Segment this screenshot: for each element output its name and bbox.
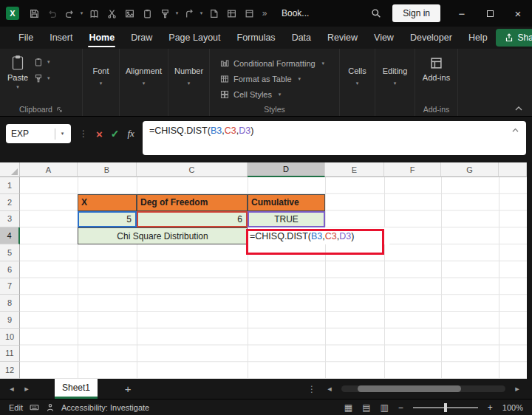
- keyboard-icon[interactable]: [30, 402, 39, 412]
- column-header-b[interactable]: B: [78, 162, 137, 177]
- zoom-in-icon[interactable]: +: [488, 402, 493, 413]
- scrollbar-track[interactable]: [341, 385, 505, 392]
- format-as-table-button[interactable]: Format as Table ▾: [220, 71, 339, 86]
- page-icon[interactable]: [205, 4, 222, 23]
- scrollbar-thumb[interactable]: [358, 385, 461, 392]
- column-header-partial[interactable]: [499, 162, 527, 177]
- select-all-button[interactable]: [0, 162, 20, 177]
- table-icon[interactable]: [222, 4, 240, 23]
- collapse-formula-bar-icon[interactable]: [511, 127, 519, 133]
- cell-b2[interactable]: X: [78, 194, 137, 211]
- sheet-nav-left-icon[interactable]: ◂: [4, 384, 19, 394]
- row-header-12[interactable]: 12: [0, 362, 20, 379]
- ribbon-group-font[interactable]: Font ▾: [83, 49, 120, 116]
- cell-styles-button[interactable]: Cell Styles ▾: [220, 86, 339, 102]
- sheet-nav-right-icon[interactable]: ▸: [19, 384, 34, 394]
- column-header-g[interactable]: G: [441, 162, 499, 177]
- frame-icon[interactable]: [240, 4, 258, 23]
- ribbon-group-editing[interactable]: Editing ▾: [375, 49, 415, 116]
- format-painter-icon[interactable]: [156, 4, 174, 23]
- tab-view[interactable]: View: [366, 27, 402, 48]
- normal-view-icon[interactable]: ▦: [344, 402, 352, 413]
- close-button[interactable]: ×: [504, 0, 532, 27]
- tab-developer[interactable]: Developer: [402, 27, 460, 48]
- row-header-7[interactable]: 7: [0, 278, 20, 295]
- sign-in-button[interactable]: Sign in: [392, 4, 440, 22]
- zoom-level[interactable]: 100%: [502, 403, 523, 412]
- sheet-tab-sheet1[interactable]: Sheet1: [55, 379, 98, 399]
- tab-file[interactable]: File: [10, 27, 41, 48]
- row-header-5[interactable]: 5: [0, 244, 20, 261]
- tab-insert[interactable]: Insert: [41, 27, 81, 48]
- formula-input[interactable]: =CHISQ.DIST(B3,C3,D3): [143, 121, 526, 155]
- save-icon[interactable]: [25, 4, 43, 23]
- row-header-4[interactable]: 4: [0, 227, 20, 244]
- column-header-a[interactable]: A: [20, 162, 78, 177]
- tab-help[interactable]: Help: [460, 27, 496, 48]
- ribbon-group-number[interactable]: Number ▾: [168, 49, 210, 116]
- copy-book-icon[interactable]: [85, 4, 103, 23]
- zoom-slider[interactable]: [413, 407, 478, 408]
- row-header-8[interactable]: 8: [0, 295, 20, 312]
- page-layout-view-icon[interactable]: ▤: [362, 402, 370, 413]
- tab-formulas[interactable]: Formulas: [229, 27, 284, 48]
- row-header-11[interactable]: 11: [0, 346, 20, 363]
- row-header-10[interactable]: 10: [0, 329, 20, 346]
- search-icon[interactable]: [367, 4, 385, 23]
- horizontal-scrollbar[interactable]: ◂ ▸: [322, 384, 532, 394]
- toolbar-overflow-icon[interactable]: »: [258, 8, 271, 18]
- add-sheet-button[interactable]: +: [120, 383, 136, 395]
- paste-special-button[interactable]: ▾: [34, 58, 52, 66]
- accessibility-status[interactable]: Accessibility: Investigate: [61, 403, 149, 412]
- format-painter-button[interactable]: ▾: [34, 74, 52, 83]
- row-header-2[interactable]: 2: [0, 194, 20, 211]
- column-header-c[interactable]: C: [137, 162, 248, 177]
- scroll-left-icon[interactable]: ◂: [322, 384, 337, 394]
- cut-icon[interactable]: [103, 4, 120, 23]
- minimize-button[interactable]: −: [448, 0, 476, 27]
- accessibility-icon[interactable]: [46, 403, 55, 412]
- picture-icon[interactable]: [120, 4, 138, 23]
- kebab-icon[interactable]: ⋮: [301, 384, 322, 394]
- grid-body[interactable]: X Deg of Freedom Cumulative 5 6 TRUE Chi…: [20, 177, 527, 379]
- cell-d2[interactable]: Cumulative: [248, 194, 325, 211]
- page-break-view-icon[interactable]: ▥: [380, 402, 388, 413]
- cancel-icon[interactable]: ×: [96, 128, 103, 140]
- cell-c3[interactable]: 6: [137, 211, 248, 228]
- column-header-d[interactable]: D: [248, 162, 325, 177]
- tab-draw[interactable]: Draw: [123, 27, 160, 48]
- column-header-e[interactable]: E: [325, 162, 384, 177]
- clipboard-icon[interactable]: [138, 4, 156, 23]
- row-header-6[interactable]: 6: [0, 261, 20, 278]
- scroll-right-icon[interactable]: ▸: [510, 384, 525, 394]
- cell-b4-merged[interactable]: Chi Square Distribution: [78, 227, 248, 244]
- chevron-down-icon[interactable]: ▾: [174, 10, 180, 16]
- tab-page-layout[interactable]: Page Layout: [160, 27, 228, 48]
- row-header-9[interactable]: 9: [0, 312, 20, 329]
- chevron-down-icon[interactable]: ▾: [198, 10, 205, 16]
- enter-icon[interactable]: ✓: [111, 128, 120, 140]
- tab-data[interactable]: Data: [284, 27, 319, 48]
- name-box[interactable]: EXP ▾: [6, 124, 71, 143]
- chevron-down-icon[interactable]: ▾: [78, 10, 85, 16]
- undo-icon[interactable]: [43, 4, 61, 23]
- column-header-f[interactable]: F: [384, 162, 441, 177]
- zoom-out-icon[interactable]: −: [398, 402, 403, 413]
- row-header-1[interactable]: 1: [0, 177, 20, 194]
- cell-b3[interactable]: 5: [78, 211, 137, 228]
- dialog-launcher-icon[interactable]: [56, 106, 63, 113]
- ribbon-group-addins[interactable]: Add-ins Add-ins: [415, 49, 458, 116]
- insert-function-icon[interactable]: fx: [128, 128, 134, 140]
- cell-c2[interactable]: Deg of Freedom: [137, 194, 248, 211]
- cell-d3[interactable]: TRUE: [248, 211, 325, 228]
- tab-review[interactable]: Review: [319, 27, 366, 48]
- maximize-button[interactable]: [476, 0, 504, 27]
- conditional-formatting-button[interactable]: Conditional Formatting ▾: [220, 55, 339, 71]
- tab-home[interactable]: Home: [81, 27, 123, 48]
- ribbon-group-alignment[interactable]: Alignment ▾: [120, 49, 168, 116]
- redo-icon[interactable]: [61, 4, 78, 23]
- zoom-slider-thumb[interactable]: [444, 403, 447, 412]
- collapse-ribbon-icon[interactable]: [514, 105, 523, 112]
- excel-logo[interactable]: X: [6, 7, 19, 20]
- share-button[interactable]: Share: [496, 29, 532, 47]
